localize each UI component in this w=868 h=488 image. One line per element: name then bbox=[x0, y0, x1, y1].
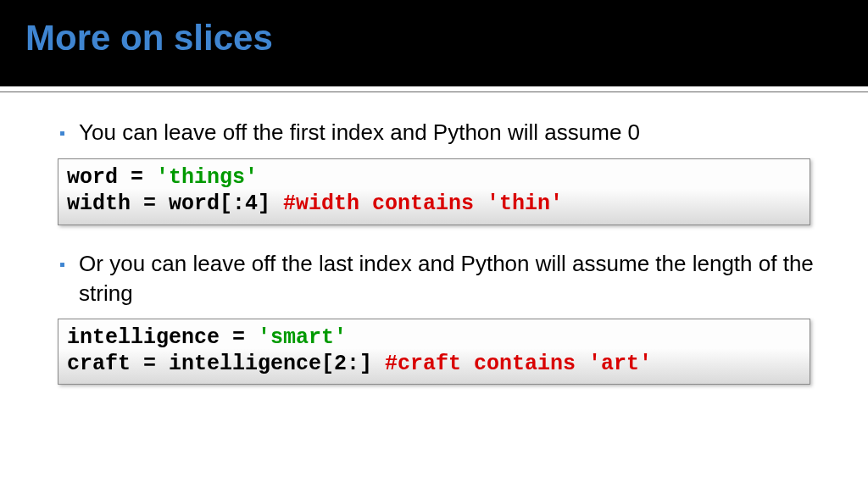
code-string: 'things' bbox=[156, 165, 258, 190]
bullet-item: ▪ You can leave off the first index and … bbox=[34, 118, 834, 148]
code-string: 'smart' bbox=[258, 325, 347, 350]
code-text: width = word[:4] bbox=[67, 191, 283, 216]
code-block-1: word = 'things' width = word[:4] #width … bbox=[58, 158, 810, 225]
code-block-2: intelligence = 'smart' craft = intellige… bbox=[58, 319, 810, 385]
bullet-marker: ▪ bbox=[59, 118, 65, 148]
bullet-text: Or you can leave off the last index and … bbox=[79, 249, 834, 308]
code-text: craft = intelligence[2:] bbox=[67, 352, 385, 376]
bullet-marker: ▪ bbox=[59, 249, 65, 280]
bullet-item: ▪ Or you can leave off the last index an… bbox=[34, 249, 834, 308]
slide-header: More on slices bbox=[0, 0, 868, 86]
code-text: word = bbox=[67, 165, 156, 190]
code-comment: #width contains 'thin' bbox=[283, 191, 563, 216]
slide-title: More on slices bbox=[25, 19, 843, 58]
code-comment: #craft contains 'art' bbox=[385, 352, 652, 376]
code-text: intelligence = bbox=[67, 325, 258, 350]
slide-body: ▪ You can leave off the first index and … bbox=[0, 92, 868, 385]
bullet-text: You can leave off the first index and Py… bbox=[79, 118, 640, 147]
